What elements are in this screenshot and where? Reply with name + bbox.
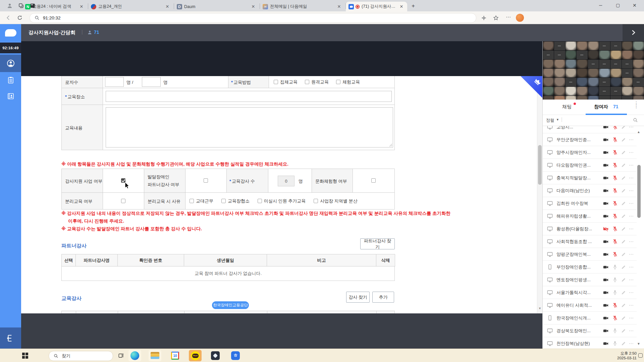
participant-row[interactable]: 무안군장애인종... (543, 133, 637, 146)
video-thumbnail[interactable] (554, 78, 565, 86)
participant-camera-on-icon[interactable] (603, 264, 609, 270)
tab-chat[interactable]: 채팅 (562, 104, 572, 110)
video-thumbnail[interactable] (543, 51, 554, 59)
new-tab-button[interactable]: + (410, 3, 417, 9)
video-thumbnail[interactable] (554, 42, 565, 50)
participant-mic-idle-icon[interactable] (612, 341, 618, 346)
taskbar-app-kakao[interactable]: TALK (189, 350, 202, 361)
video-thumbnail[interactable] (622, 51, 633, 59)
place-input[interactable] (106, 91, 392, 102)
video-thumbnail[interactable] (599, 87, 610, 96)
video-thumbnail[interactable] (577, 78, 588, 86)
rename-pencil-icon[interactable] (621, 277, 626, 283)
participant-camera-on-icon[interactable] (603, 175, 609, 181)
taskbar-search-input[interactable]: 찾기 (49, 351, 113, 361)
workers-input-2[interactable] (142, 77, 161, 87)
separate-reason-checkbox[interactable] (314, 199, 318, 203)
video-thumbnail[interactable] (588, 78, 599, 86)
video-thumbnail[interactable] (599, 42, 610, 50)
participant-row[interactable]: 서울가톨릭시각... (543, 286, 637, 299)
bookmark-star-icon[interactable] (493, 15, 499, 21)
start-button[interactable] (22, 353, 28, 359)
video-thumbnail[interactable] (599, 78, 610, 86)
participant-mic-muted-icon[interactable] (612, 213, 618, 219)
edu-method-checkbox[interactable] (305, 80, 309, 84)
rename-pencil-icon[interactable] (621, 214, 626, 219)
video-thumbnail[interactable] (610, 96, 622, 100)
video-thumbnail[interactable] (577, 96, 588, 100)
participant-more-icon[interactable] (629, 226, 634, 232)
video-thumbnail[interactable] (622, 78, 633, 86)
video-thumbnail[interactable] (633, 96, 644, 100)
participant-camera-on-icon[interactable] (603, 200, 609, 206)
video-thumbnail[interactable] (588, 51, 599, 59)
participant-camera-on-icon[interactable] (603, 290, 609, 296)
video-thumbnail[interactable] (610, 42, 622, 50)
participant-camera-on-icon[interactable] (603, 302, 609, 308)
tab-close-icon[interactable]: ✕ (398, 4, 405, 10)
participant-more-icon[interactable] (629, 126, 634, 130)
video-thumbnail[interactable] (599, 51, 610, 59)
participant-mic-muted-icon[interactable] (612, 188, 618, 193)
separate-reason-checkbox[interactable] (190, 199, 194, 203)
video-thumbnail[interactable] (566, 87, 577, 96)
video-thumbnail[interactable] (622, 69, 633, 77)
sort-dropdown-icon[interactable]: ▼ (556, 118, 559, 121)
participant-row[interactable]: 에이유디 사회적... (543, 299, 637, 312)
taskbar-app-edge[interactable] (128, 350, 141, 361)
find-partner-button[interactable]: 파트너강사 찾기 (360, 238, 395, 249)
rename-pencil-icon[interactable] (621, 201, 626, 206)
participant-more-icon[interactable] (629, 315, 634, 321)
participant-camera-on-icon[interactable] (603, 328, 609, 334)
window-close-button[interactable]: ✕ (633, 3, 637, 8)
video-thumbnail[interactable] (633, 87, 644, 96)
participant-row[interactable]: 양평군장애인복... (543, 248, 637, 261)
window-minimize-button[interactable]: ─ (599, 3, 602, 8)
video-thumbnail[interactable] (599, 60, 610, 68)
video-thumbnail[interactable] (588, 87, 599, 96)
find-instructor-button[interactable]: 강사 찾기 (346, 292, 370, 303)
content-textarea[interactable] (106, 107, 393, 147)
participant-camera-on-icon[interactable] (603, 213, 609, 219)
video-thumbnail[interactable] (633, 78, 644, 86)
video-thumbnail[interactable] (622, 96, 633, 100)
video-thumbnail[interactable] (633, 60, 644, 68)
rename-pencil-icon[interactable] (621, 239, 626, 244)
video-thumbnail[interactable] (566, 51, 577, 59)
participant-more-icon[interactable] (629, 150, 634, 155)
edu-method-checkbox[interactable] (336, 80, 340, 84)
window-maximize-button[interactable]: ▢ (616, 3, 620, 8)
video-thumbnail[interactable] (577, 87, 588, 96)
video-thumbnail[interactable] (543, 42, 554, 50)
tab-close-icon[interactable]: ✕ (164, 4, 170, 10)
participant-row[interactable]: 멘토장애인평생... (543, 274, 637, 286)
video-thumbnail[interactable] (543, 96, 554, 100)
edu-method-checkbox[interactable] (274, 80, 278, 84)
participant-row[interactable]: 다음미래(남인순) (543, 184, 637, 197)
resize-handle-icon[interactable] (389, 143, 392, 147)
participant-mic-muted-icon[interactable] (612, 315, 618, 321)
rename-pencil-icon[interactable] (621, 303, 626, 308)
participant-row[interactable]: 부안장애인종합... (543, 261, 637, 274)
rename-pencil-icon[interactable] (621, 315, 626, 321)
participant-more-icon[interactable] (629, 303, 634, 308)
rename-pencil-icon[interactable] (621, 188, 626, 193)
rename-pencil-icon[interactable] (621, 150, 626, 155)
participant-row[interactable]: 한국장애인식개... (543, 312, 637, 324)
video-thumbnail[interactable] (610, 60, 622, 68)
participant-more-icon[interactable] (629, 328, 634, 334)
video-thumbnail[interactable] (588, 60, 599, 68)
rename-pencil-icon[interactable] (621, 163, 626, 168)
participant-mic-idle-icon[interactable] (612, 277, 618, 283)
participant-camera-on-icon[interactable] (603, 188, 609, 194)
participant-more-icon[interactable] (629, 341, 634, 346)
rename-pencil-icon[interactable] (621, 126, 626, 130)
participant-camera-on-icon[interactable] (603, 251, 609, 257)
tab-close-icon[interactable]: ✕ (78, 4, 85, 10)
address-input[interactable]: 91:20:32 (30, 13, 476, 23)
sidebar-item-contacts[interactable] (0, 88, 21, 104)
form-scrollbar-thumb[interactable] (538, 145, 542, 185)
video-thumbnail[interactable] (543, 60, 554, 68)
taskbar-app-calendar[interactable]: 10 (169, 350, 181, 361)
participant-more-icon[interactable] (629, 264, 634, 270)
